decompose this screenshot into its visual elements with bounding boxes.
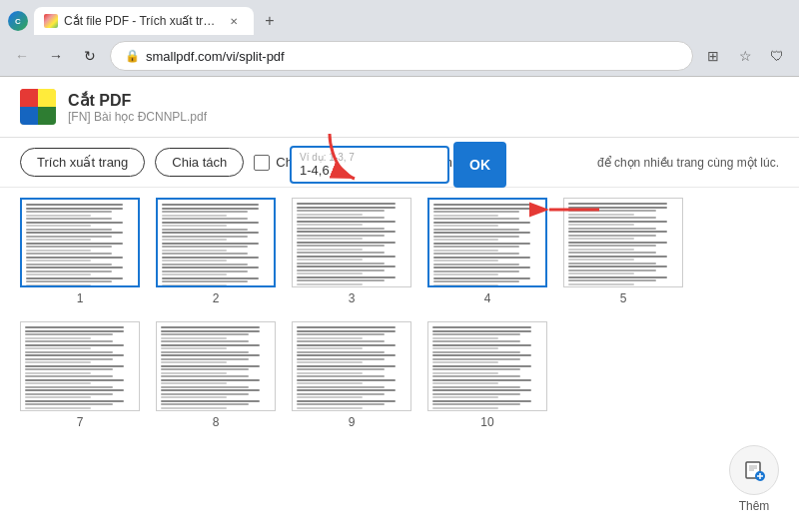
page-item[interactable]: 8 (156, 321, 276, 429)
page-item[interactable]: 10 (427, 321, 547, 429)
toolbar: Trích xuất trang Chia tách Chọn tất cả C… (0, 138, 799, 188)
range-input-box[interactable]: Ví dụ: 1-3, 7 1-4,6 (290, 146, 449, 184)
nav-actions: ⊞ ☆ 🛡 (699, 42, 791, 70)
address-bar[interactable]: 🔒 smallpdf.com/vi/split-pdf (110, 41, 693, 71)
page-number: 2 (213, 291, 220, 305)
pages-row-1: 12345 (20, 198, 779, 305)
app-header: Cắt PDF [FN] Bài học ĐCNNPL.pdf (0, 77, 799, 138)
pages-section: 12345 78910 (0, 188, 799, 455)
page-thumb (292, 321, 411, 411)
page-thumb (427, 321, 547, 411)
hint-text: để chọn nhiều trang cùng một lúc. (597, 156, 779, 170)
nav-bar: ← → ↻ 🔒 smallpdf.com/vi/split-pdf ⊞ ☆ 🛡 (0, 36, 799, 76)
url-text: smallpdf.com/vi/split-pdf (146, 49, 285, 64)
lock-icon: 🔒 (125, 49, 140, 63)
page-number: 10 (480, 415, 493, 429)
page-number: 7 (77, 415, 84, 429)
app-logo (20, 89, 56, 125)
page-item[interactable]: 1 (20, 198, 140, 305)
page-thumb (20, 321, 140, 411)
page-number: 9 (349, 415, 356, 429)
more-button-icon (729, 445, 779, 495)
app-title: Cắt PDF (68, 91, 207, 110)
range-input-overlay: Ví dụ: 1-3, 7 1-4,6 OK (290, 142, 506, 188)
back-button[interactable]: ← (8, 42, 36, 70)
page-thumb (427, 198, 547, 287)
chia-tach-button[interactable]: Chia tách (155, 148, 244, 177)
page-item[interactable]: 4 (427, 198, 547, 305)
page-number: 3 (349, 291, 356, 305)
page-thumb (563, 198, 683, 287)
range-value: 1-4,6 (300, 163, 439, 178)
page-thumb (156, 321, 276, 411)
refresh-button[interactable]: ↻ (76, 42, 104, 70)
page-number: 4 (484, 291, 491, 305)
page-item[interactable]: 7 (20, 321, 140, 429)
forward-button[interactable]: → (42, 42, 70, 70)
logo-q1 (20, 89, 38, 107)
page-item[interactable]: 5 (563, 198, 683, 305)
app-info: Cắt PDF [FN] Bài học ĐCNNPL.pdf (68, 91, 207, 124)
page-thumb (156, 198, 276, 287)
page-thumb (292, 198, 411, 287)
page-content: Cắt PDF [FN] Bài học ĐCNNPL.pdf Trích xu… (0, 77, 799, 532)
tab-bar: C Cắt file PDF - Trích xuất trang ✕ + (0, 0, 799, 36)
page-number: 8 (213, 415, 220, 429)
ok-button[interactable]: OK (453, 142, 506, 188)
active-tab[interactable]: Cắt file PDF - Trích xuất trang ✕ (34, 7, 254, 35)
page-item[interactable]: 3 (292, 198, 411, 305)
page-item[interactable]: 9 (292, 321, 411, 429)
new-tab-button[interactable]: + (258, 9, 282, 33)
bookmark-button[interactable]: ☆ (731, 42, 759, 70)
trich-xuat-button[interactable]: Trích xuất trang (20, 148, 145, 177)
extensions-button[interactable]: ⊞ (699, 42, 727, 70)
checkbox-icon (254, 155, 270, 171)
logo-q4 (38, 107, 56, 125)
browser-logo: C (8, 11, 28, 31)
logo-q3 (20, 107, 38, 125)
browser-chrome: C Cắt file PDF - Trích xuất trang ✕ + ← … (0, 0, 799, 77)
logo-q2 (38, 89, 56, 107)
tab-title: Cắt file PDF - Trích xuất trang (64, 14, 220, 28)
page-item[interactable]: 2 (156, 198, 276, 305)
more-button[interactable]: Thêm (729, 445, 779, 513)
range-placeholder: Ví dụ: 1-3, 7 (300, 152, 439, 163)
app-subtitle: [FN] Bài học ĐCNNPL.pdf (68, 110, 207, 124)
pages-row-2: 78910 (20, 321, 779, 429)
page-thumb (20, 198, 140, 287)
page-number: 1 (77, 291, 84, 305)
more-button-label: Thêm (739, 499, 770, 513)
page-number: 5 (620, 291, 627, 305)
tab-favicon (44, 14, 58, 28)
tab-close-button[interactable]: ✕ (226, 13, 242, 29)
security-button[interactable]: 🛡 (763, 42, 791, 70)
